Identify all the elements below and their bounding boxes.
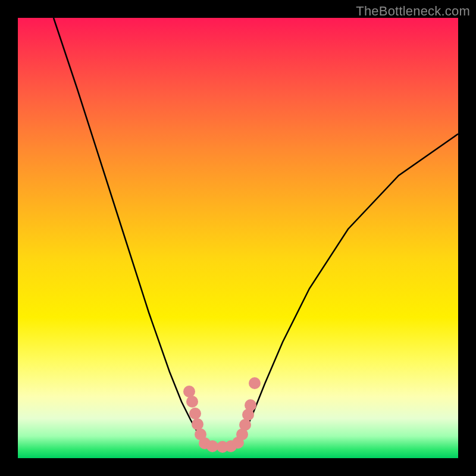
watermark-text: TheBottleneck.com <box>356 4 470 19</box>
plot-area <box>18 18 458 458</box>
data-point <box>186 396 198 408</box>
data-point <box>239 419 251 431</box>
curve-right <box>238 134 458 446</box>
chart-svg <box>18 18 458 458</box>
data-point <box>245 399 256 411</box>
curve-left <box>54 18 214 446</box>
data-point <box>249 377 261 389</box>
data-point <box>206 440 218 452</box>
data-point <box>192 418 203 430</box>
marker-layer <box>183 377 261 453</box>
data-point <box>183 386 195 397</box>
data-point <box>189 408 201 419</box>
